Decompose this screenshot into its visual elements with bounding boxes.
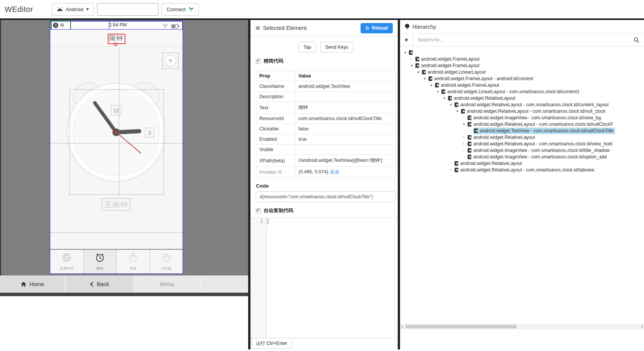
tree-node[interactable]: ▷android.widget.RelativeLayout — [400, 134, 644, 140]
status-clock: 2:54 PM — [109, 22, 127, 28]
scroll-right-arrow[interactable] — [639, 325, 644, 329]
expand-icon[interactable]: ▷ — [409, 57, 415, 61]
tap-button[interactable]: Tap — [298, 42, 316, 53]
auto-copy-checkbox[interactable] — [256, 208, 261, 213]
platform-dropdown[interactable]: Android — [52, 3, 94, 16]
tree-node-anchor[interactable]: android.widget.RelativeLayout — [447, 95, 517, 101]
tree-node-anchor[interactable]: android.widget.RelativeLayout - com.smar… — [454, 167, 596, 173]
tree-node-anchor[interactable]: android.widget.RelativeLayout - com.smar… — [467, 121, 615, 127]
tree-node-anchor[interactable]: android.widget.RelativeLayout - com.smar… — [454, 102, 610, 108]
device-serial-input[interactable] — [97, 3, 158, 16]
expand-icon[interactable]: ▷ — [461, 142, 467, 145]
tree-node[interactable]: ▷android.widget.FrameLayout — [400, 56, 644, 62]
prop-column-header: Prop — [256, 71, 295, 81]
expand-icon[interactable]: ▷ — [461, 135, 467, 139]
position-click-link[interactable]: 点击 — [330, 169, 339, 175]
tree-node[interactable]: ▷android.widget.RelativeLayout - com.sma… — [400, 166, 644, 173]
tree-node[interactable]: android.widget.ImageView - com.smartisan… — [400, 147, 644, 153]
tree-node[interactable]: ▾android.widget.FrameLayout - android:id… — [400, 75, 644, 82]
hierarchy-panel: Hierarchy + ▾▷android.widget.FrameLayout… — [400, 20, 644, 349]
collapse-icon[interactable]: ▾ — [422, 77, 428, 81]
prop-name: ResourceId — [256, 114, 295, 124]
collapse-icon[interactable]: ▾ — [415, 70, 421, 74]
tree-node-anchor[interactable]: android.widget.ImageView - com.smartisan… — [467, 115, 603, 121]
tab-timer: 计时器 — [150, 250, 183, 274]
tree-node-anchor[interactable]: android.widget.ImageView - com.smartisan… — [467, 147, 611, 153]
hierarchy-search-input[interactable] — [413, 34, 629, 46]
tree-node[interactable]: ▾ — [400, 49, 644, 56]
tree-node[interactable]: ▾android.widget.RelativeLayout — [400, 95, 644, 101]
tree-node-anchor[interactable]: android.widget.LinearLayout - com.smarti… — [441, 89, 581, 95]
tree-node[interactable]: android.widget.TextView - com.smartisano… — [400, 127, 644, 134]
tree-node-anchor[interactable]: android.widget.LinearLayout — [421, 69, 487, 75]
menu-button[interactable]: Menu — [134, 275, 201, 293]
prop-value: com.smartisanos.clock:id/nullClockTitle — [295, 114, 395, 124]
scrollbar-thumb[interactable] — [405, 325, 517, 328]
run-button[interactable]: 运行 Ctrl+Enter — [251, 338, 292, 349]
collapse-icon[interactable]: ▾ — [435, 90, 441, 94]
tree-node-anchor[interactable]: android.widget.RelativeLayout — [467, 134, 537, 140]
collapse-icon[interactable]: ▾ — [409, 64, 415, 68]
tree-node-anchor[interactable] — [408, 50, 416, 55]
alarm-clock-icon — [95, 257, 105, 264]
generated-code-input[interactable] — [256, 191, 395, 202]
line-number: 1 — [260, 219, 263, 224]
device-screen[interactable]: 3 N 2:54 PM — [50, 21, 183, 274]
collapse-icon[interactable]: ▾ — [428, 83, 434, 87]
tree-node[interactable]: ▾android.widget.RelativeLayout - com.sma… — [400, 101, 644, 108]
tree-node-anchor[interactable]: android.widget.FrameLayout - android:id/… — [428, 76, 535, 82]
tree-node[interactable]: ▾android.widget.LinearLayout - com.smart… — [400, 88, 644, 95]
tree-node-anchor-selected[interactable]: android.widget.TextView - com.smartisano… — [473, 128, 615, 134]
code-section-label: Code — [256, 183, 396, 189]
tree-node-anchor[interactable]: android.widget.RelativeLayout — [454, 160, 524, 166]
clock-number-12: 12 — [111, 105, 122, 115]
reload-button[interactable]: ↻ Reload — [361, 23, 393, 33]
tree-node[interactable]: ▾android.widget.RelativeLayout - com.sma… — [400, 121, 644, 127]
tree-node-anchor[interactable]: android.widget.FrameLayout — [415, 63, 481, 69]
add-node-button[interactable]: + — [400, 34, 413, 46]
leaf-connector — [462, 117, 466, 118]
scroll-left-arrow[interactable] — [400, 325, 405, 329]
collapse-icon[interactable]: ▾ — [455, 109, 460, 113]
tree-node-anchor[interactable]: android.widget.RelativeLayout - com.smar… — [460, 108, 607, 114]
tree-node[interactable]: android.widget.RelativeLayout — [400, 160, 644, 166]
node-type-icon — [409, 50, 413, 55]
simplify-code-checkbox[interactable] — [256, 59, 261, 64]
property-table-body: ClassNameandroid.widget.TextViewDescript… — [256, 81, 395, 178]
send-keys-button[interactable]: Send Keys — [320, 42, 353, 53]
search-button[interactable] — [629, 34, 644, 46]
tree-node[interactable]: ▷android.widget.RelativeLayout - com.sma… — [400, 140, 644, 147]
tree-node-anchor[interactable]: android.widget.ImageView - com.smartisan… — [467, 154, 608, 160]
tree-node[interactable]: ▾android.widget.RelativeLayout - com.sma… — [400, 108, 644, 114]
tree-node[interactable]: ▾android.widget.FrameLayout — [400, 82, 644, 88]
tree-node-anchor[interactable]: android.widget.FrameLayout — [434, 82, 501, 88]
editor-text-area[interactable] — [267, 218, 398, 338]
collapse-icon[interactable]: ▾ — [402, 51, 408, 54]
hierarchy-hscrollbar[interactable] — [400, 324, 644, 329]
hierarchy-title: Hierarchy — [412, 24, 436, 30]
android-icon — [57, 7, 63, 12]
collapse-icon[interactable]: ▾ — [461, 122, 467, 126]
tree-node[interactable]: android.widget.ImageView - com.smartisan… — [400, 114, 644, 121]
refresh-icon: ↻ — [366, 25, 369, 31]
node-type-icon — [468, 122, 471, 127]
tree-node[interactable]: ▾android.widget.LinearLayout — [400, 69, 644, 75]
collapse-icon[interactable]: ▾ — [441, 96, 447, 100]
connect-button[interactable]: Connect — [161, 3, 199, 16]
property-row: Text闹钟 — [256, 102, 395, 114]
stopwatch-icon — [128, 257, 138, 264]
value-column-header: Value — [295, 71, 395, 81]
node-type-icon — [461, 109, 465, 114]
node-label: android.widget.RelativeLayout - com.smar… — [460, 167, 595, 173]
tree-node-anchor[interactable]: android.widget.RelativeLayout - com.smar… — [467, 141, 614, 147]
tree-node-anchor[interactable]: android.widget.FrameLayout — [415, 56, 481, 62]
tree-node[interactable]: ▾android.widget.FrameLayout — [400, 62, 644, 69]
node-type-icon — [455, 102, 458, 107]
back-button[interactable]: Back — [66, 275, 134, 293]
screen-title: 闹钟 — [109, 35, 124, 42]
code-editor[interactable]: 1 — [250, 218, 398, 338]
collapse-icon[interactable]: ▾ — [448, 103, 454, 107]
tree-node[interactable]: android.widget.ImageView - com.smartisan… — [400, 153, 644, 160]
home-button[interactable]: Home — [0, 275, 66, 293]
expand-icon[interactable]: ▷ — [448, 168, 454, 171]
